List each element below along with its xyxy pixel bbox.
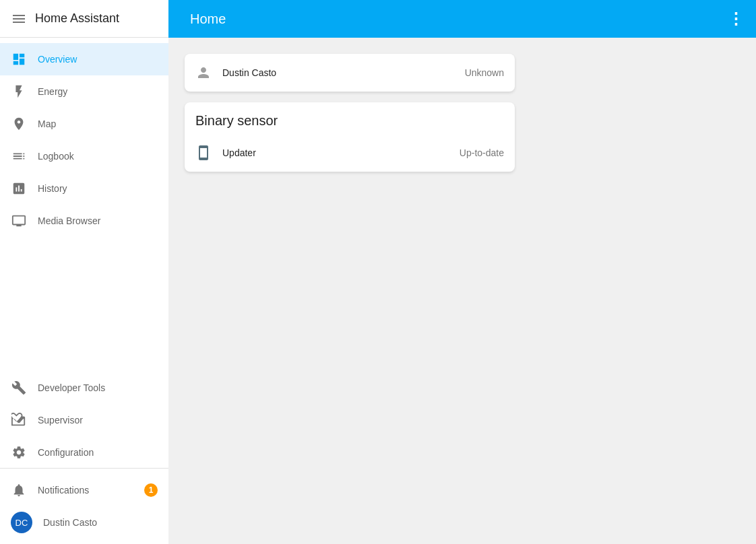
notifications-icon bbox=[11, 482, 27, 498]
map-icon bbox=[11, 116, 27, 132]
sidebar-label-media-browser: Media Browser bbox=[38, 215, 158, 226]
topbar: Home ⋮ bbox=[168, 0, 756, 38]
sidebar-app-title: Home Assistant bbox=[35, 11, 119, 26]
person-row[interactable]: Dustin Casto Unknown bbox=[185, 54, 515, 92]
sidebar-item-logbook[interactable]: Logbook bbox=[0, 140, 168, 172]
sidebar-header: Home Assistant bbox=[0, 0, 168, 38]
binary-sensor-title: Binary sensor bbox=[185, 102, 515, 134]
energy-icon bbox=[11, 83, 27, 100]
menu-icon[interactable] bbox=[11, 11, 27, 27]
sidebar-item-energy[interactable]: Energy bbox=[0, 75, 168, 108]
sidebar-item-notifications[interactable]: Notifications 1 bbox=[0, 474, 168, 506]
sidebar-item-configuration[interactable]: Configuration bbox=[0, 436, 168, 468]
configuration-icon bbox=[11, 444, 27, 461]
more-options-icon[interactable]: ⋮ bbox=[728, 9, 745, 28]
media-browser-icon bbox=[11, 213, 27, 229]
person-icon bbox=[195, 65, 212, 81]
sidebar-item-user[interactable]: DC Dustin Casto bbox=[0, 506, 168, 539]
sidebar-bottom: Notifications 1 DC Dustin Casto bbox=[0, 468, 168, 544]
person-name: Dustin Casto bbox=[222, 67, 454, 78]
developer-tools-icon bbox=[11, 380, 27, 396]
sidebar-label-logbook: Logbook bbox=[38, 151, 158, 162]
overview-icon bbox=[11, 51, 27, 67]
sidebar-item-overview[interactable]: Overview bbox=[0, 43, 168, 75]
sidebar-label-history: History bbox=[38, 183, 158, 194]
sidebar-nav: Overview Energy Map bbox=[0, 38, 168, 468]
page-title: Home bbox=[179, 11, 728, 27]
user-avatar: DC bbox=[11, 512, 32, 533]
notifications-badge: 1 bbox=[144, 483, 158, 497]
updater-status: Up-to-date bbox=[460, 147, 504, 158]
sidebar-item-developer-tools[interactable]: Developer Tools bbox=[0, 372, 168, 404]
sidebar-label-supervisor: Supervisor bbox=[38, 415, 158, 426]
sidebar-label-overview: Overview bbox=[38, 54, 158, 65]
sidebar-item-map[interactable]: Map bbox=[0, 108, 168, 140]
binary-sensor-card: Binary sensor Updater Up-to-date bbox=[185, 102, 515, 172]
sidebar-label-user: Dustin Casto bbox=[43, 517, 158, 528]
updater-row[interactable]: Updater Up-to-date bbox=[185, 134, 515, 172]
sidebar-label-configuration: Configuration bbox=[38, 447, 158, 458]
history-icon bbox=[11, 180, 27, 197]
sidebar-label-developer-tools: Developer Tools bbox=[38, 382, 158, 393]
sidebar: Home Assistant Overview Energy bbox=[0, 0, 168, 544]
person-card: Dustin Casto Unknown bbox=[185, 54, 515, 92]
updater-icon bbox=[195, 145, 212, 161]
main-content: Dustin Casto Unknown Binary sensor Updat… bbox=[168, 38, 756, 544]
updater-name: Updater bbox=[222, 147, 449, 158]
sidebar-item-media-browser[interactable]: Media Browser bbox=[0, 205, 168, 237]
sidebar-label-notifications: Notifications bbox=[38, 485, 133, 496]
logbook-icon bbox=[11, 148, 27, 164]
sidebar-label-map: Map bbox=[38, 118, 158, 129]
sidebar-item-history[interactable]: History bbox=[0, 172, 168, 205]
sidebar-label-energy: Energy bbox=[38, 86, 158, 97]
person-status: Unknown bbox=[465, 67, 504, 78]
sidebar-item-supervisor[interactable]: Supervisor bbox=[0, 404, 168, 436]
supervisor-icon bbox=[11, 412, 27, 428]
